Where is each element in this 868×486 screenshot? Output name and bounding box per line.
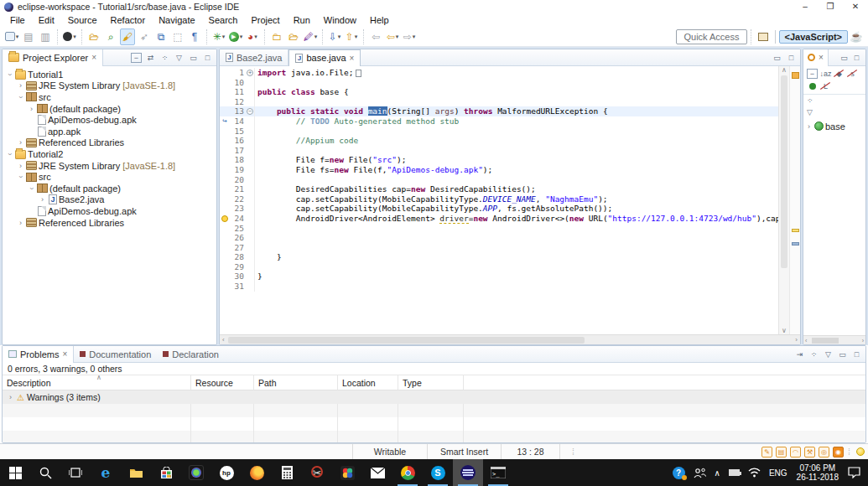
hide-static-members-button[interactable]: s	[847, 69, 858, 79]
code-line-11[interactable]: 11public class base {	[220, 87, 778, 97]
view-menu-button[interactable]: ⁘	[159, 53, 170, 63]
chevron-down-icon[interactable]: ›	[17, 173, 25, 181]
java-perspective-button[interactable]: ☕	[849, 28, 864, 45]
tree-item[interactable]: ›Tutorial2	[3, 148, 216, 160]
code-line-10[interactable]: 10	[220, 78, 778, 88]
mail-icon[interactable]	[362, 459, 392, 486]
chevron-down-icon[interactable]: ›	[6, 70, 14, 78]
maximize-view-button[interactable]: □	[851, 53, 862, 63]
code-line-26[interactable]: 26	[220, 233, 778, 243]
back-button[interactable]: ⇦▾	[385, 28, 400, 45]
close-icon[interactable]: ×	[62, 349, 67, 359]
external-tools-button[interactable]: 🖉▾	[303, 28, 318, 45]
minimize-editor-button[interactable]: ▭	[772, 53, 782, 63]
code-line-25[interactable]: 25	[220, 224, 778, 234]
coverage-button[interactable]: ◕▾	[245, 28, 260, 45]
view-menu-button[interactable]: ⁘	[807, 96, 813, 105]
quickfix-lightbulb-icon[interactable]	[220, 214, 230, 224]
file-explorer-icon[interactable]	[121, 459, 151, 486]
tip-of-day-icon[interactable]: ✎	[761, 447, 772, 458]
chevron-right-icon[interactable]: ›	[17, 81, 24, 90]
maximize-editor-button[interactable]: □	[786, 53, 797, 63]
column-header-type[interactable]: Type	[398, 375, 464, 390]
problems-row-warnings[interactable]: ›⚠Warnings (3 items)	[3, 390, 865, 404]
account-button[interactable]: ▾	[62, 28, 77, 45]
outline-item-base[interactable]: › base	[805, 121, 864, 132]
get-help-icon[interactable]: ?	[668, 459, 689, 486]
show-whitespace-button[interactable]: ¶	[187, 28, 202, 45]
tree-item[interactable]: ApiDemos-debug.apk	[3, 205, 216, 217]
code-line-19[interactable]: 19 File fs=new File(f,"ApiDemos-debug.ap…	[220, 165, 778, 175]
focus-on-active-task-button[interactable]: ⇥	[794, 349, 805, 359]
battery-icon[interactable]	[725, 459, 744, 486]
code-line-24[interactable]: 24 AndroidDriver<AndroidElement> driver=…	[220, 214, 778, 224]
code-line-28[interactable]: 28 }	[220, 252, 778, 262]
restore-button[interactable]: ❐	[818, 0, 843, 13]
occurrence-marker[interactable]	[792, 242, 799, 246]
link-with-editor-button[interactable]: ⧉	[153, 28, 169, 45]
tutorial-icon[interactable]: ▤	[776, 447, 787, 458]
new-project-icon[interactable]: 🗁	[86, 28, 101, 45]
code-line-1[interactable]: 1+import java.io.File;	[220, 68, 778, 78]
tree-item[interactable]: ›JRE System Library[JavaSE-1.8]	[3, 80, 216, 92]
code-line-15[interactable]: 15	[220, 127, 778, 137]
photo-collage-app-icon[interactable]	[332, 459, 362, 486]
todo-marker-icon[interactable]: ↪	[220, 116, 230, 127]
code-line-27[interactable]: 27	[220, 243, 778, 253]
menu-window[interactable]: Window	[317, 14, 363, 26]
code-line-30[interactable]: 30}	[220, 271, 778, 282]
view-menu-arrow[interactable]: ▽	[823, 349, 834, 359]
people-icon[interactable]	[689, 459, 710, 486]
maximize-view-button[interactable]: □	[851, 349, 862, 359]
menu-source[interactable]: Source	[61, 14, 104, 26]
code-line-12[interactable]: 12	[220, 97, 778, 107]
gear-icon[interactable]: ◎	[819, 447, 829, 458]
chevron-down-icon[interactable]: ›	[28, 184, 36, 192]
hide-local-types-button[interactable]: L	[820, 81, 831, 91]
code-line-17[interactable]: 17	[220, 146, 778, 156]
chevron-right-icon[interactable]: ›	[805, 122, 813, 131]
code-line-22[interactable]: 22 cap.setCapability(MobileCapabilityTyp…	[220, 194, 778, 204]
skip-breakpoints-button[interactable]: ⇩▾	[327, 28, 342, 45]
code-line-20[interactable]: 20	[220, 175, 778, 185]
overview-ruler[interactable]	[789, 66, 800, 334]
code-line-29[interactable]: 29	[220, 262, 778, 272]
chevron-down-icon[interactable]: ›	[17, 93, 25, 101]
firefox-icon[interactable]	[242, 459, 272, 486]
menu-file[interactable]: File	[3, 14, 32, 26]
tree-item[interactable]: ›Tutorial1	[3, 69, 216, 80]
tab-outline[interactable]: ×	[803, 49, 829, 66]
code-line-21[interactable]: 21 DesiredCapabilities cap=new DesiredCa…	[220, 184, 778, 194]
code-line-14[interactable]: ↪14 // TODO Auto-generated method stub	[220, 116, 778, 127]
close-button[interactable]: ✕	[843, 0, 868, 13]
chrome-icon[interactable]	[392, 459, 423, 486]
tools-icon[interactable]: ⚒	[804, 447, 815, 458]
hide-fields-button[interactable]: ◆	[834, 69, 845, 79]
chevron-right-icon[interactable]: ›	[7, 393, 14, 401]
collapse-all-button[interactable]: −	[131, 53, 142, 63]
menu-refactor[interactable]: Refactor	[104, 14, 153, 26]
minimize-view-button[interactable]: ▭	[837, 349, 848, 359]
tree-item[interactable]: ›JRE System Library[JavaSE-1.8]	[3, 160, 216, 172]
maximize-view-button[interactable]: □	[202, 53, 213, 63]
save-button[interactable]: ▤	[21, 28, 36, 45]
command-prompt-icon[interactable]: >_	[483, 459, 513, 486]
javascript-perspective-button[interactable]: <JavaScript>	[779, 30, 849, 44]
cursor-position-status[interactable]: 13 : 28	[502, 444, 560, 459]
chevron-right-icon[interactable]: ›	[17, 162, 24, 170]
chevron-down-icon[interactable]: ›	[6, 150, 14, 158]
code-line-23[interactable]: 23 cap.setCapability(MobileCapabilityTyp…	[220, 204, 778, 214]
chevron-right-icon[interactable]: ›	[17, 138, 24, 147]
menu-edit[interactable]: Edit	[32, 14, 61, 26]
eclipse-taskbar-icon[interactable]	[453, 459, 483, 486]
minimize-view-button[interactable]: ▭	[839, 53, 850, 63]
calculator-icon[interactable]	[272, 459, 302, 486]
run-button[interactable]: ▶▾	[228, 28, 243, 45]
view-menu-button[interactable]: ⁘	[808, 349, 819, 359]
menu-help[interactable]: Help	[363, 14, 396, 26]
menu-navigate[interactable]: Navigate	[152, 14, 201, 26]
tree-item[interactable]: app.apk	[3, 126, 216, 137]
close-icon[interactable]: ×	[91, 53, 96, 62]
tab-documentation[interactable]: Documentation	[74, 346, 157, 363]
chevron-right-icon[interactable]: ›	[39, 195, 46, 204]
